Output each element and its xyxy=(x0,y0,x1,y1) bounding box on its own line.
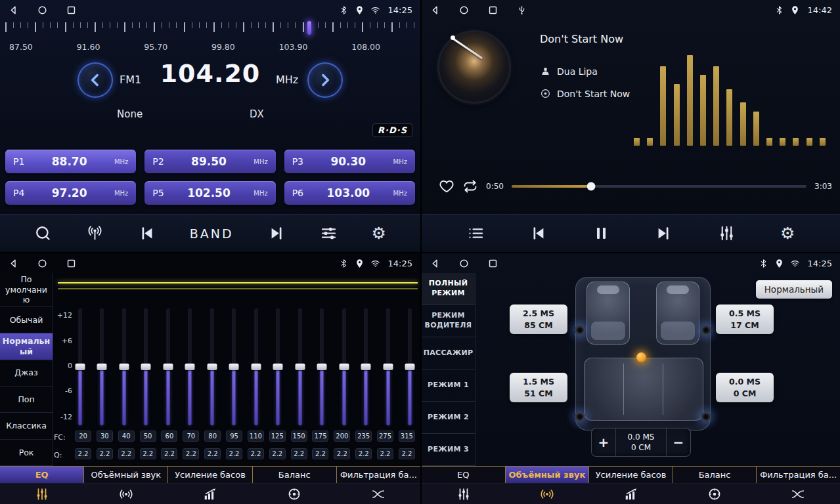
nav-recents-icon[interactable] xyxy=(66,258,77,269)
nav-recents-icon[interactable] xyxy=(66,5,77,16)
nav-home-icon[interactable] xyxy=(458,5,470,16)
eq-band-slider[interactable] xyxy=(317,308,327,425)
eq-band-slider[interactable] xyxy=(97,308,107,425)
eq-band-slider[interactable] xyxy=(185,308,195,425)
eq-icon[interactable] xyxy=(0,484,84,504)
previous-station-icon[interactable] xyxy=(138,224,156,242)
tune-up-button[interactable] xyxy=(307,62,343,98)
eq-slider-handle[interactable] xyxy=(295,364,305,370)
rear-left-delay-button[interactable]: 1.5 MS 51 CM xyxy=(510,373,567,402)
eq-preset-item[interactable]: Обычай xyxy=(0,307,53,333)
eq-band-slider[interactable] xyxy=(119,308,129,425)
eq-band-slider[interactable] xyxy=(75,308,85,425)
next-track-icon[interactable] xyxy=(655,224,673,242)
eq-preset-item[interactable]: Классика xyxy=(0,413,53,439)
eq-slider-handle[interactable] xyxy=(317,364,327,370)
tab-filter[interactable]: Фильтрация ба... xyxy=(757,467,840,483)
settings-gear-icon[interactable]: ⚙ xyxy=(372,225,386,242)
surround-icon[interactable] xyxy=(84,484,168,504)
mode-item[interactable]: РЕЖИМ ВОДИТЕЛЯ xyxy=(422,305,475,337)
scan-icon[interactable] xyxy=(34,224,52,242)
listening-position-dot[interactable] xyxy=(636,352,646,362)
nav-back-icon[interactable] xyxy=(430,258,441,269)
filter-icon[interactable] xyxy=(336,484,420,504)
eq-preset-item[interactable]: Нормальный xyxy=(0,333,53,360)
broadcast-antenna-icon[interactable] xyxy=(86,224,104,242)
surround-icon[interactable] xyxy=(505,484,588,504)
eq-slider-handle[interactable] xyxy=(97,364,107,370)
eq-slider-handle[interactable] xyxy=(185,364,195,370)
eq-band-slider[interactable] xyxy=(273,308,283,425)
eq-band-slider[interactable] xyxy=(163,308,173,425)
nav-home-icon[interactable] xyxy=(37,258,48,269)
nav-recents-icon[interactable] xyxy=(487,5,498,16)
eq-band-slider[interactable] xyxy=(229,308,239,425)
eq-preset-item[interactable]: Рок xyxy=(0,440,53,466)
nav-home-icon[interactable] xyxy=(458,258,470,269)
mode-item[interactable]: ПОЛНЫЙ РЕЖИМ xyxy=(422,273,475,305)
eq-band-slider[interactable] xyxy=(251,308,261,425)
eq-slider-handle[interactable] xyxy=(75,364,85,370)
preset-button-p1[interactable]: P188.70MHz xyxy=(5,150,136,173)
mode-item[interactable]: РЕЖИМ 3 xyxy=(422,434,475,466)
favorite-heart-icon[interactable] xyxy=(439,178,454,194)
preset-button-p3[interactable]: P390.30MHz xyxy=(284,150,415,173)
eq-slider-handle[interactable] xyxy=(251,364,261,370)
tune-down-button[interactable] xyxy=(77,62,113,98)
eq-slider-handle[interactable] xyxy=(405,364,415,370)
increase-delay-button[interactable]: + xyxy=(592,434,615,450)
tuning-indicator[interactable] xyxy=(307,21,311,35)
seek-bar[interactable] xyxy=(512,185,807,188)
playlist-icon[interactable] xyxy=(467,224,485,242)
bass-boost-icon[interactable] xyxy=(168,484,252,504)
eq-slider-handle[interactable] xyxy=(163,364,173,370)
filter-icon[interactable] xyxy=(757,484,840,504)
eq-slider-handle[interactable] xyxy=(119,364,129,370)
tab-filter[interactable]: Фильтрация ба... xyxy=(337,467,420,483)
eq-band-slider[interactable] xyxy=(207,308,217,425)
frequency-scale[interactable]: 87.5091.6095.7099.80103.90108.00 xyxy=(4,21,416,58)
preset-button-p6[interactable]: P6103.00MHz xyxy=(284,181,415,205)
bass-boost-icon[interactable] xyxy=(589,484,673,504)
preset-button-p4[interactable]: P497.20MHz xyxy=(5,181,136,205)
preset-button-p5[interactable]: P5102.50MHz xyxy=(144,181,275,205)
eq-band-slider[interactable] xyxy=(339,308,349,425)
nav-home-icon[interactable] xyxy=(37,5,48,16)
settings-gear-icon[interactable]: ⚙ xyxy=(780,225,795,242)
eq-band-slider[interactable] xyxy=(295,308,305,425)
tab-balance[interactable]: Баланс xyxy=(253,467,337,483)
seek-thumb[interactable] xyxy=(587,182,596,191)
eq-slider-handle[interactable] xyxy=(229,364,239,370)
front-right-delay-button[interactable]: 0.5 MS 17 CM xyxy=(716,304,774,334)
mode-item[interactable]: ПАССАЖИР xyxy=(422,337,475,369)
nav-back-icon[interactable] xyxy=(8,5,19,16)
preset-button-p2[interactable]: P289.50MHz xyxy=(144,150,275,173)
eq-preset-item[interactable]: По умолчанию xyxy=(0,273,53,307)
decrease-delay-button[interactable]: − xyxy=(667,434,690,450)
eq-band-slider[interactable] xyxy=(383,308,393,425)
tab-eq[interactable]: EQ xyxy=(0,467,84,483)
balance-icon[interactable] xyxy=(673,484,756,504)
rear-right-delay-button[interactable]: 0.0 MS 0 CM xyxy=(716,373,774,402)
eq-band-slider[interactable] xyxy=(141,308,151,425)
eq-slider-handle[interactable] xyxy=(273,364,283,370)
tab-bass-boost[interactable]: Усиление басов xyxy=(168,467,252,483)
eq-slider-handle[interactable] xyxy=(141,364,151,370)
mixer-icon[interactable] xyxy=(718,224,736,242)
eq-slider-handle[interactable] xyxy=(361,364,371,370)
front-left-delay-button[interactable]: 2.5 MS 85 CM xyxy=(510,304,567,334)
tab-surround[interactable]: Объёмный звук xyxy=(84,467,168,483)
nav-back-icon[interactable] xyxy=(8,258,19,269)
eq-slider-handle[interactable] xyxy=(207,364,217,370)
eq-slider-handle[interactable] xyxy=(383,364,393,370)
sound-preset-button[interactable]: Нормальный xyxy=(756,280,832,299)
eq-icon[interactable] xyxy=(422,484,505,504)
eq-band-slider[interactable] xyxy=(405,308,415,425)
tab-bass-boost[interactable]: Усиление басов xyxy=(589,467,673,483)
pause-icon[interactable] xyxy=(592,224,610,242)
eq-band-slider[interactable] xyxy=(361,308,371,425)
repeat-icon[interactable] xyxy=(462,178,478,194)
tab-surround[interactable]: Объёмный звук xyxy=(506,467,590,483)
eq-slider-handle[interactable] xyxy=(339,364,349,370)
tab-balance[interactable]: Баланс xyxy=(673,467,757,483)
